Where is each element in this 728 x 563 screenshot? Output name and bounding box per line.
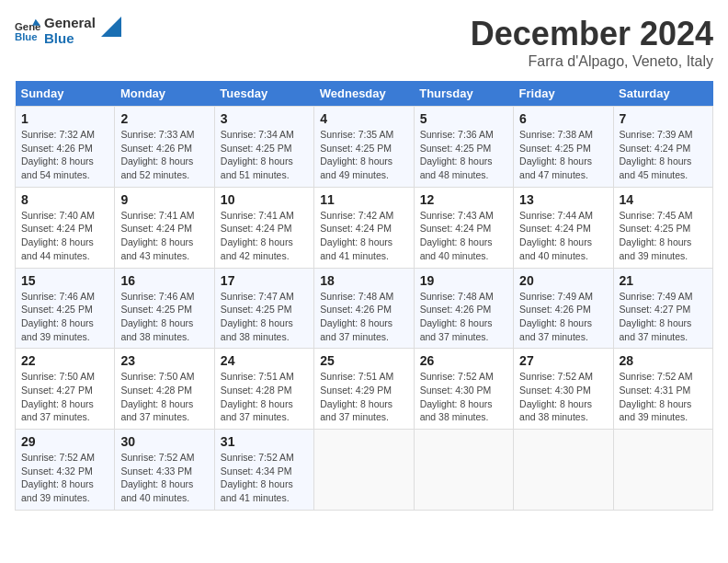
sunrise-label: Sunrise: 7:47 AM [221, 291, 294, 302]
sunrise-label: Sunrise: 7:51 AM [320, 371, 393, 382]
cell-info: Sunrise: 7:50 AM Sunset: 4:27 PM Dayligh… [21, 370, 108, 424]
cell-info: Sunrise: 7:52 AM Sunset: 4:30 PM Dayligh… [519, 370, 607, 424]
day-number: 30 [120, 434, 208, 449]
calendar-cell: 11 Sunrise: 7:42 AM Sunset: 4:24 PM Dayl… [314, 187, 414, 268]
calendar-cell: 13 Sunrise: 7:44 AM Sunset: 4:24 PM Dayl… [514, 187, 613, 268]
daylight-label: Daylight: 8 hours and 37 minutes. [221, 398, 293, 423]
daylight-label: Daylight: 8 hours and 38 minutes. [221, 317, 293, 342]
location-title: Farra d'Alpago, Veneto, Italy [471, 53, 713, 70]
daylight-label: Daylight: 8 hours and 39 minutes. [620, 236, 692, 261]
header-cell-tuesday: Tuesday [214, 81, 313, 107]
cell-info: Sunrise: 7:44 AM Sunset: 4:24 PM Dayligh… [519, 209, 607, 263]
header-cell-monday: Monday [115, 81, 214, 107]
header-cell-thursday: Thursday [414, 81, 513, 107]
daylight-label: Daylight: 8 hours and 45 minutes. [620, 155, 692, 180]
cell-info: Sunrise: 7:48 AM Sunset: 4:26 PM Dayligh… [320, 290, 407, 344]
sunset-label: Sunset: 4:26 PM [320, 304, 392, 315]
sunset-label: Sunset: 4:27 PM [21, 385, 93, 396]
day-number: 23 [120, 353, 208, 368]
calendar-cell: 10 Sunrise: 7:41 AM Sunset: 4:24 PM Dayl… [214, 187, 313, 268]
cell-info: Sunrise: 7:52 AM Sunset: 4:34 PM Dayligh… [221, 451, 308, 505]
cell-info: Sunrise: 7:39 AM Sunset: 4:24 PM Dayligh… [620, 128, 707, 182]
cell-info: Sunrise: 7:34 AM Sunset: 4:25 PM Dayligh… [221, 128, 308, 182]
daylight-label: Daylight: 8 hours and 38 minutes. [519, 398, 592, 423]
calendar-cell [514, 430, 613, 511]
calendar-cell: 31 Sunrise: 7:52 AM Sunset: 4:34 PM Dayl… [214, 430, 313, 511]
cell-info: Sunrise: 7:33 AM Sunset: 4:26 PM Dayligh… [120, 128, 208, 182]
sunset-label: Sunset: 4:31 PM [620, 385, 691, 396]
daylight-label: Daylight: 8 hours and 39 minutes. [21, 478, 94, 503]
day-number: 7 [620, 111, 707, 126]
sunrise-label: Sunrise: 7:51 AM [221, 371, 294, 382]
day-number: 26 [420, 353, 507, 368]
cell-info: Sunrise: 7:32 AM Sunset: 4:26 PM Dayligh… [21, 128, 108, 182]
cell-info: Sunrise: 7:45 AM Sunset: 4:25 PM Dayligh… [620, 209, 707, 263]
sunset-label: Sunset: 4:28 PM [120, 385, 192, 396]
cell-info: Sunrise: 7:35 AM Sunset: 4:25 PM Dayligh… [320, 128, 407, 182]
cell-info: Sunrise: 7:51 AM Sunset: 4:28 PM Dayligh… [221, 370, 308, 424]
daylight-label: Daylight: 8 hours and 54 minutes. [21, 155, 94, 180]
calendar-week-2: 8 Sunrise: 7:40 AM Sunset: 4:24 PM Dayli… [16, 187, 713, 268]
sunrise-label: Sunrise: 7:52 AM [21, 452, 95, 463]
sunrise-label: Sunrise: 7:35 AM [320, 129, 393, 140]
sunset-label: Sunset: 4:24 PM [519, 223, 591, 234]
title-section: December 2024 Farra d'Alpago, Veneto, It… [471, 15, 713, 70]
day-number: 9 [120, 192, 208, 207]
sunrise-label: Sunrise: 7:49 AM [620, 291, 693, 302]
sunset-label: Sunset: 4:27 PM [620, 304, 691, 315]
sunrise-label: Sunrise: 7:41 AM [221, 210, 294, 221]
calendar-cell: 21 Sunrise: 7:49 AM Sunset: 4:27 PM Dayl… [613, 268, 712, 349]
sunrise-label: Sunrise: 7:42 AM [320, 210, 393, 221]
sunset-label: Sunset: 4:25 PM [320, 143, 392, 154]
cell-info: Sunrise: 7:41 AM Sunset: 4:24 PM Dayligh… [120, 209, 208, 263]
day-number: 17 [221, 273, 308, 288]
cell-info: Sunrise: 7:49 AM Sunset: 4:26 PM Dayligh… [519, 290, 607, 344]
sunrise-label: Sunrise: 7:46 AM [21, 291, 95, 302]
calendar-cell: 5 Sunrise: 7:36 AM Sunset: 4:25 PM Dayli… [414, 107, 513, 188]
daylight-label: Daylight: 8 hours and 41 minutes. [221, 478, 293, 503]
sunset-label: Sunset: 4:34 PM [221, 465, 292, 477]
calendar-cell: 9 Sunrise: 7:41 AM Sunset: 4:24 PM Dayli… [115, 187, 214, 268]
sunset-label: Sunset: 4:29 PM [320, 385, 392, 396]
day-number: 6 [519, 111, 607, 126]
svg-marker-3 [101, 17, 121, 37]
calendar-cell: 17 Sunrise: 7:47 AM Sunset: 4:25 PM Dayl… [214, 268, 313, 349]
cell-info: Sunrise: 7:42 AM Sunset: 4:24 PM Dayligh… [320, 209, 407, 263]
sunrise-label: Sunrise: 7:43 AM [420, 210, 494, 221]
header-cell-saturday: Saturday [613, 81, 712, 107]
day-number: 10 [221, 192, 308, 207]
daylight-label: Daylight: 8 hours and 40 minutes. [519, 236, 592, 261]
sunrise-label: Sunrise: 7:45 AM [620, 210, 693, 221]
sunrise-label: Sunrise: 7:52 AM [519, 371, 593, 382]
sunrise-label: Sunrise: 7:38 AM [519, 129, 593, 140]
sunset-label: Sunset: 4:25 PM [120, 304, 192, 315]
sunset-label: Sunset: 4:26 PM [21, 143, 93, 154]
sunrise-label: Sunrise: 7:46 AM [120, 291, 194, 302]
cell-info: Sunrise: 7:48 AM Sunset: 4:26 PM Dayligh… [420, 290, 507, 344]
day-number: 14 [620, 192, 707, 207]
calendar-cell: 23 Sunrise: 7:50 AM Sunset: 4:28 PM Dayl… [115, 349, 214, 430]
daylight-label: Daylight: 8 hours and 47 minutes. [519, 155, 592, 180]
header-cell-sunday: Sunday [16, 81, 115, 107]
sunset-label: Sunset: 4:30 PM [420, 385, 492, 396]
calendar-cell: 20 Sunrise: 7:49 AM Sunset: 4:26 PM Dayl… [514, 268, 613, 349]
daylight-label: Daylight: 8 hours and 37 minutes. [620, 317, 692, 342]
daylight-label: Daylight: 8 hours and 37 minutes. [320, 398, 392, 423]
cell-info: Sunrise: 7:50 AM Sunset: 4:28 PM Dayligh… [120, 370, 208, 424]
daylight-label: Daylight: 8 hours and 44 minutes. [21, 236, 94, 261]
cell-info: Sunrise: 7:46 AM Sunset: 4:25 PM Dayligh… [21, 290, 108, 344]
sunset-label: Sunset: 4:25 PM [519, 143, 591, 154]
sunset-label: Sunset: 4:33 PM [120, 465, 192, 477]
calendar-cell: 27 Sunrise: 7:52 AM Sunset: 4:30 PM Dayl… [514, 349, 613, 430]
cell-info: Sunrise: 7:43 AM Sunset: 4:24 PM Dayligh… [420, 209, 507, 263]
cell-info: Sunrise: 7:41 AM Sunset: 4:24 PM Dayligh… [221, 209, 308, 263]
calendar-cell: 1 Sunrise: 7:32 AM Sunset: 4:26 PM Dayli… [16, 107, 115, 188]
daylight-label: Daylight: 8 hours and 37 minutes. [519, 317, 592, 342]
calendar-cell: 16 Sunrise: 7:46 AM Sunset: 4:25 PM Dayl… [115, 268, 214, 349]
day-number: 1 [21, 111, 108, 126]
calendar-cell: 28 Sunrise: 7:52 AM Sunset: 4:31 PM Dayl… [613, 349, 712, 430]
day-number: 12 [420, 192, 507, 207]
sunrise-label: Sunrise: 7:52 AM [620, 371, 693, 382]
logo-icon: General Blue [15, 17, 40, 43]
daylight-label: Daylight: 8 hours and 40 minutes. [420, 236, 493, 261]
